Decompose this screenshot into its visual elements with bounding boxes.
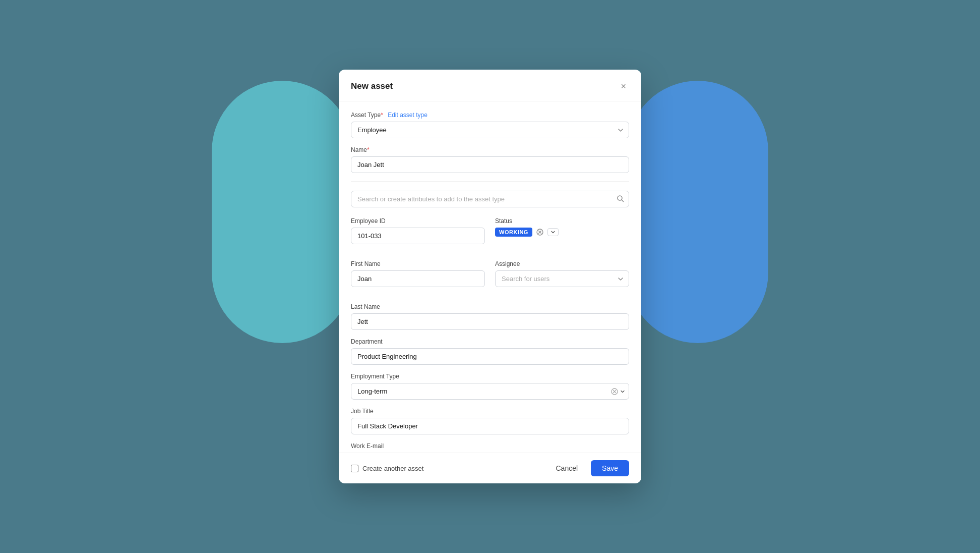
- modal-header: New asset ×: [339, 70, 641, 101]
- name-group: Name*: [351, 146, 629, 173]
- asset-type-label: Asset Type* Edit asset type: [351, 112, 629, 119]
- employment-type-group: Employment Type Long-term Short-term Con…: [351, 373, 629, 400]
- assignee-label: Assignee: [495, 260, 629, 267]
- name-input[interactable]: [351, 156, 629, 173]
- department-input[interactable]: [351, 348, 629, 365]
- job-title-label: Job Title: [351, 408, 629, 415]
- last-name-group: Last Name: [351, 303, 629, 330]
- edit-asset-type-link[interactable]: Edit asset type: [388, 112, 427, 119]
- employment-type-label: Employment Type: [351, 373, 629, 380]
- first-name-input[interactable]: [351, 270, 485, 287]
- firstname-assignee-row: First Name Assignee Search for users: [351, 260, 629, 295]
- employee-id-group: Employee ID: [351, 217, 485, 244]
- modal-footer: Create another asset Cancel Save: [339, 453, 641, 483]
- department-label: Department: [351, 338, 629, 345]
- assignee-select[interactable]: Search for users: [495, 270, 629, 287]
- first-name-group: First Name: [351, 260, 485, 287]
- divider: [351, 181, 629, 182]
- employee-id-label: Employee ID: [351, 217, 485, 225]
- employee-id-input[interactable]: [351, 228, 485, 244]
- status-group: Status WORKING: [495, 217, 629, 244]
- save-button[interactable]: Save: [591, 460, 629, 476]
- footer-actions: Cancel Save: [547, 460, 629, 476]
- modal: New asset × Asset Type* Edit asset type …: [339, 70, 641, 483]
- create-another-checkbox[interactable]: [351, 465, 358, 472]
- status-chevron-button[interactable]: [547, 228, 559, 236]
- search-attributes-input[interactable]: [351, 191, 629, 207]
- employment-type-select[interactable]: Long-term Short-term Contract Freelance: [351, 383, 629, 400]
- create-another-label: Create another asset: [362, 465, 423, 472]
- employment-type-wrapper: Long-term Short-term Contract Freelance: [351, 383, 629, 400]
- status-clear-button[interactable]: [535, 228, 544, 237]
- modal-body: Asset Type* Edit asset type Employee Equ…: [339, 101, 641, 453]
- job-title-input[interactable]: [351, 418, 629, 434]
- assignee-group: Assignee Search for users: [495, 260, 629, 287]
- asset-type-group: Asset Type* Edit asset type Employee Equ…: [351, 112, 629, 138]
- search-attributes-group: [351, 191, 629, 207]
- status-badge: WORKING: [495, 228, 532, 237]
- employee-id-status-row: Employee ID Status WORKING: [351, 217, 629, 252]
- last-name-input[interactable]: [351, 313, 629, 330]
- close-button[interactable]: ×: [618, 81, 629, 92]
- modal-title: New asset: [351, 81, 393, 91]
- name-label: Name*: [351, 146, 629, 153]
- asset-type-select[interactable]: Employee Equipment Software: [351, 122, 629, 138]
- first-name-label: First Name: [351, 260, 485, 267]
- status-wrapper: WORKING: [495, 228, 629, 237]
- last-name-label: Last Name: [351, 303, 629, 310]
- create-another-checkbox-label[interactable]: Create another asset: [351, 465, 423, 472]
- department-group: Department: [351, 338, 629, 365]
- job-title-group: Job Title: [351, 408, 629, 434]
- cancel-button[interactable]: Cancel: [547, 460, 586, 476]
- modal-overlay: New asset × Asset Type* Edit asset type …: [0, 0, 980, 553]
- work-email-group: Work E-mail: [351, 443, 629, 453]
- work-email-label: Work E-mail: [351, 443, 629, 450]
- status-label: Status: [495, 217, 629, 225]
